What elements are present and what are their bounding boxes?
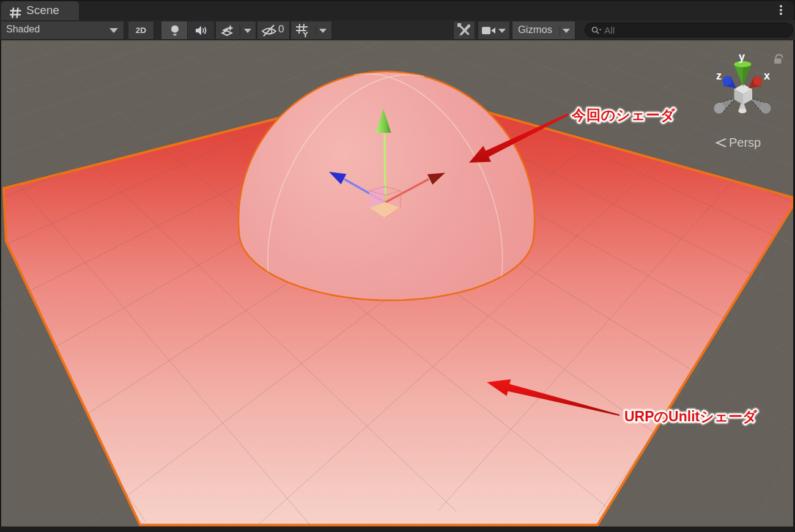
svg-text:y: y [739, 51, 745, 63]
svg-text:x: x [764, 70, 770, 82]
svg-text:今回のシェーダ: 今回のシェーダ [571, 107, 676, 123]
svg-text:Persp: Persp [729, 136, 761, 149]
svg-text:URPのUnlitシェーダ: URPのUnlitシェーダ [624, 408, 758, 424]
svg-text:z: z [716, 70, 722, 82]
svg-text:Y: Y [303, 30, 308, 38]
